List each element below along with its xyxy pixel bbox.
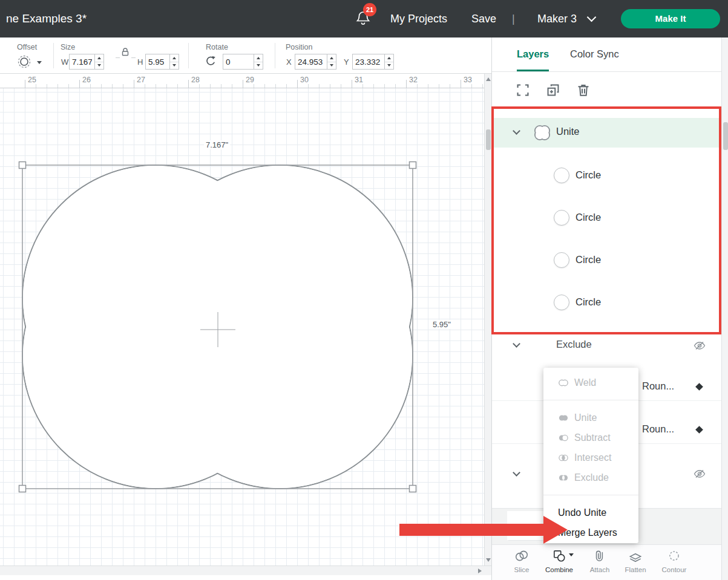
scroll-up-arrow[interactable] — [486, 77, 491, 81]
layer-row-circle[interactable]: Circle — [492, 281, 721, 324]
y-stepper-up[interactable] — [385, 54, 393, 62]
horizontal-ruler: 25 26 27 28 29 30 31 32 33 — [0, 74, 484, 88]
chevron-down-icon — [587, 13, 597, 22]
y-position-input[interactable] — [353, 54, 384, 69]
layer-label: Circle — [576, 212, 601, 223]
canvas-vertical-scrollbar[interactable] — [484, 74, 491, 565]
height-input[interactable] — [146, 54, 169, 69]
menu-item-label: Undo Unite — [558, 507, 606, 518]
ruler-number: 27 — [137, 76, 145, 84]
combine-button[interactable]: Combine — [541, 549, 577, 573]
ruler-number: 33 — [464, 76, 472, 84]
chevron-down-icon[interactable] — [513, 340, 520, 348]
trash-icon[interactable] — [576, 82, 591, 98]
eye-slash-icon[interactable] — [694, 341, 706, 350]
subtract-icon — [558, 433, 569, 443]
slice-button[interactable]: Slice — [510, 549, 534, 573]
unite-icon — [558, 413, 569, 423]
rotate-input-group — [223, 54, 263, 70]
panel-scroll-thumb[interactable] — [723, 122, 728, 150]
rotate-stepper-down[interactable] — [254, 62, 263, 70]
layer-row-circle[interactable]: Circle — [492, 197, 721, 239]
contour-button[interactable]: Contour — [659, 549, 689, 573]
menu-item-merge-layers[interactable]: Merge Layers — [543, 523, 638, 543]
rotate-stepper-up[interactable] — [254, 54, 263, 62]
my-projects-link[interactable]: My Projects — [390, 0, 447, 37]
height-stepper-up[interactable] — [170, 54, 179, 62]
flatten-icon — [628, 549, 643, 563]
app-root: ne Examples 3* 21 My Projects Save | Mak… — [0, 0, 728, 580]
layer-row-circle[interactable]: Circle — [492, 239, 721, 281]
flatten-button[interactable]: Flatten — [620, 549, 651, 573]
layer-label: Circle — [576, 296, 601, 308]
layer-row-unite[interactable]: Unite — [492, 118, 721, 148]
chevron-down-icon[interactable] — [513, 469, 520, 477]
width-stepper — [94, 54, 103, 69]
rotate-icon[interactable] — [205, 55, 217, 67]
menu-item-label: Merge Layers — [558, 527, 617, 538]
x-position-input[interactable] — [295, 54, 327, 69]
menu-item-subtract[interactable]: Subtract — [543, 428, 638, 448]
attach-button[interactable]: Attach — [585, 549, 615, 573]
width-stepper-up[interactable] — [95, 54, 103, 62]
layer-row-circle[interactable]: Circle — [492, 154, 721, 197]
make-it-button[interactable]: Make It — [621, 9, 720, 28]
canvas-grid[interactable] — [0, 88, 484, 565]
y-stepper-down[interactable] — [385, 62, 393, 70]
eye-slash-icon[interactable] — [694, 469, 706, 478]
ruler-number: 32 — [409, 76, 418, 84]
menu-divider — [543, 495, 638, 495]
offset-icon — [17, 54, 31, 69]
canvas-vscroll-thumb[interactable] — [486, 129, 491, 150]
position-section-label: Position — [286, 43, 312, 51]
x-stepper-up[interactable] — [327, 54, 336, 62]
menu-item-intersect[interactable]: Intersect — [543, 448, 638, 468]
menu-item-unite[interactable]: Unite — [543, 408, 638, 428]
layer-label: Unite — [556, 126, 580, 137]
tab-layers[interactable]: Layers — [517, 37, 549, 71]
height-stepper-down[interactable] — [170, 62, 179, 70]
circle-shape-icon — [554, 295, 569, 310]
offset-section-label: Offset — [17, 43, 37, 51]
width-input[interactable] — [70, 54, 94, 69]
lock-icon[interactable] — [120, 47, 130, 56]
height-field-label: H — [137, 57, 143, 67]
combine-icon — [552, 549, 566, 563]
duplicate-icon[interactable] — [545, 82, 561, 98]
nav-divider: | — [512, 0, 515, 37]
machine-name: Maker 3 — [537, 13, 577, 25]
panel-scrollbar[interactable] — [721, 37, 728, 580]
y-input-group — [352, 54, 394, 70]
chevron-down-icon[interactable] — [513, 127, 520, 135]
x-stepper-down[interactable] — [327, 62, 336, 70]
notification-badge[interactable]: 21 — [363, 3, 376, 16]
rotate-input[interactable] — [223, 54, 254, 69]
scroll-down-arrow[interactable] — [486, 558, 491, 562]
diamond-swatch[interactable] — [695, 426, 703, 434]
layer-label: Circle — [576, 254, 601, 266]
toolbar-divider — [275, 43, 275, 68]
tab-color-sync[interactable]: Color Sync — [570, 37, 619, 71]
contour-icon — [667, 549, 681, 563]
diamond-swatch[interactable] — [695, 383, 703, 391]
layer-label: Circle — [576, 169, 601, 181]
width-stepper-down[interactable] — [95, 62, 103, 70]
scroll-right-arrow[interactable] — [478, 569, 482, 573]
combine-menu: Weld Unite Subtract Intersect — [543, 368, 638, 543]
ruler-number: 26 — [82, 76, 91, 84]
menu-item-weld[interactable]: Weld — [543, 373, 638, 393]
attach-label: Attach — [585, 566, 615, 573]
height-stepper — [169, 54, 179, 69]
menu-item-exclude[interactable]: Exclude — [543, 468, 638, 487]
exclude-icon — [558, 473, 569, 483]
select-all-icon[interactable] — [515, 82, 531, 98]
layer-row-exclude[interactable]: Exclude — [492, 332, 721, 359]
selection-height-label: 5.95" — [431, 320, 453, 329]
menu-item-undo-unite[interactable]: Undo Unite — [543, 503, 638, 523]
offset-button[interactable] — [17, 54, 42, 71]
canvas-horizontal-scrollbar[interactable] — [0, 565, 491, 575]
machine-selector[interactable]: Maker 3 — [537, 0, 595, 37]
lock-bracket-left — [116, 57, 120, 58]
save-link[interactable]: Save — [471, 0, 496, 37]
rotate-stepper — [254, 54, 263, 69]
